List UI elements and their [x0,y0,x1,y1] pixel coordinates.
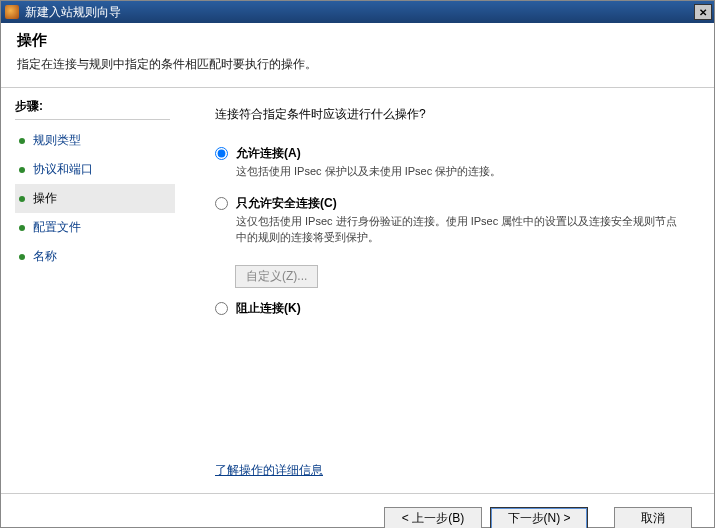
back-button[interactable]: < 上一步(B) [384,507,482,529]
sidebar-item-profile[interactable]: 配置文件 [15,213,175,242]
radio-secure[interactable] [215,197,228,210]
option-allow[interactable]: 允许连接(A) 这包括使用 IPsec 保护以及未使用 IPsec 保护的连接。 [215,145,684,179]
option-secure[interactable]: 只允许安全连接(C) 这仅包括使用 IPsec 进行身份验证的连接。使用 IPs… [215,195,684,245]
bullet-icon [19,196,25,202]
option-label: 只允许安全连接(C) [236,195,684,212]
sidebar-item-label: 名称 [33,248,57,265]
option-desc: 这仅包括使用 IPsec 进行身份验证的连接。使用 IPsec 属性中的设置以及… [236,214,684,245]
sidebar-item-protocol-port[interactable]: 协议和端口 [15,155,175,184]
radio-allow[interactable] [215,147,228,160]
option-label: 允许连接(A) [236,145,684,162]
sidebar-item-label: 配置文件 [33,219,81,236]
bullet-icon [19,138,25,144]
page-title: 操作 [17,31,698,50]
page-subtitle: 指定在连接与规则中指定的条件相匹配时要执行的操作。 [17,56,698,73]
next-button[interactable]: 下一步(N) > [490,507,588,529]
body: 步骤: 规则类型 协议和端口 操作 配置文件 名称 连接 [1,88,714,493]
bullet-icon [19,254,25,260]
close-button[interactable]: ✕ [694,4,712,20]
option-label: 阻止连接(K) [236,300,684,317]
customize-button: 自定义(Z)... [235,265,318,288]
sidebar-item-action[interactable]: 操作 [15,184,175,213]
bullet-icon [19,167,25,173]
option-body: 允许连接(A) 这包括使用 IPsec 保护以及未使用 IPsec 保护的连接。 [236,145,684,179]
sidebar: 步骤: 规则类型 协议和端口 操作 配置文件 名称 [1,88,181,493]
titlebar: 新建入站规则向导 ✕ [1,1,714,23]
option-block[interactable]: 阻止连接(K) [215,300,684,317]
cancel-button[interactable]: 取消 [614,507,692,529]
radio-block[interactable] [215,302,228,315]
option-desc: 这包括使用 IPsec 保护以及未使用 IPsec 保护的连接。 [236,164,684,179]
sidebar-heading: 步骤: [15,98,170,120]
sidebar-item-label: 操作 [33,190,57,207]
prompt-text: 连接符合指定条件时应该进行什么操作? [215,106,684,123]
sidebar-item-name[interactable]: 名称 [15,242,175,271]
firewall-icon [5,5,19,19]
option-body: 只允许安全连接(C) 这仅包括使用 IPsec 进行身份验证的连接。使用 IPs… [236,195,684,245]
wizard-window: 新建入站规则向导 ✕ 操作 指定在连接与规则中指定的条件相匹配时要执行的操作。 … [0,0,715,528]
window-title: 新建入站规则向导 [25,4,694,21]
footer: < 上一步(B) 下一步(N) > 取消 [1,493,714,528]
sidebar-item-label: 规则类型 [33,132,81,149]
header: 操作 指定在连接与规则中指定的条件相匹配时要执行的操作。 [1,23,714,88]
learn-more-link[interactable]: 了解操作的详细信息 [215,462,323,479]
option-body: 阻止连接(K) [236,300,684,317]
main-panel: 连接符合指定条件时应该进行什么操作? 允许连接(A) 这包括使用 IPsec 保… [181,88,714,493]
bullet-icon [19,225,25,231]
sidebar-item-label: 协议和端口 [33,161,93,178]
sidebar-item-rule-type[interactable]: 规则类型 [15,126,175,155]
